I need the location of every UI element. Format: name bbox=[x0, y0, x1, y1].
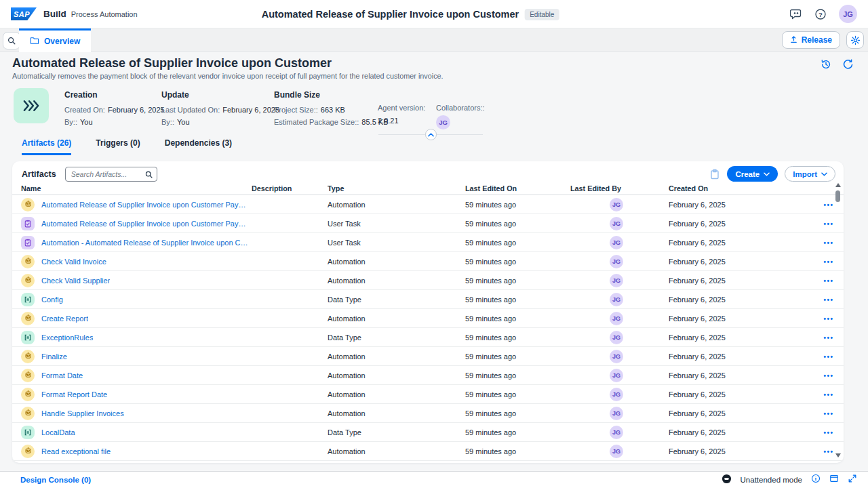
row-overflow-menu-icon[interactable]: ••• bbox=[823, 239, 833, 247]
artifact-name-link[interactable]: Automated Release of Supplier Invoice up… bbox=[41, 220, 252, 228]
tab-overview[interactable]: Overview bbox=[19, 28, 91, 52]
artifact-last-edited-on-cell: 59 minutes ago bbox=[465, 239, 570, 247]
editor-avatar[interactable]: JG bbox=[610, 331, 623, 344]
automation-robot-icon bbox=[21, 274, 35, 287]
collaborator-avatar[interactable]: JG bbox=[436, 115, 450, 129]
row-overflow-menu-icon[interactable]: ••• bbox=[823, 391, 833, 399]
artifact-name-link[interactable]: Format Date bbox=[41, 371, 83, 380]
row-overflow-menu-icon[interactable]: ••• bbox=[823, 315, 833, 323]
artifact-name-link[interactable]: LocalData bbox=[41, 428, 75, 436]
release-button-label: Release bbox=[802, 35, 832, 45]
artifact-last-edited-on-cell: 59 minutes ago bbox=[465, 390, 570, 399]
editor-avatar[interactable]: JG bbox=[610, 198, 623, 211]
row-overflow-menu-icon[interactable]: ••• bbox=[823, 258, 833, 266]
release-button[interactable]: Release bbox=[782, 31, 840, 49]
artifact-created-on-cell: February 6, 2025 bbox=[669, 314, 814, 323]
artifact-created-on-cell: February 6, 2025 bbox=[669, 409, 814, 418]
row-overflow-menu-icon[interactable]: ••• bbox=[823, 429, 833, 436]
editor-avatar[interactable]: JG bbox=[610, 369, 623, 382]
editor-avatar-initials: JG bbox=[612, 220, 620, 227]
artifact-name-link[interactable]: Automated Release of Supplier Invoice up… bbox=[41, 201, 252, 209]
artifact-name-link[interactable]: Handle Supplier Invoices bbox=[41, 409, 124, 418]
strip-actions: Release bbox=[782, 31, 864, 49]
editor-avatar[interactable]: JG bbox=[610, 312, 623, 325]
editor-avatar-initials: JG bbox=[612, 353, 620, 360]
design-console-link[interactable]: Design Console (0) bbox=[20, 476, 91, 484]
artifact-name-link[interactable]: Check Valid Supplier bbox=[41, 277, 110, 285]
artifact-name-link[interactable]: Automation - Automated Release of Suppli… bbox=[41, 239, 252, 247]
artifact-last-edited-by-cell: JG bbox=[570, 274, 669, 287]
scroll-up-icon[interactable] bbox=[835, 183, 841, 187]
artifact-name-link[interactable]: Finalize bbox=[41, 352, 67, 361]
refresh-icon[interactable] bbox=[842, 59, 853, 70]
artifact-last-edited-on-cell: 59 minutes ago bbox=[465, 258, 570, 266]
user-avatar[interactable]: JG bbox=[839, 5, 857, 23]
create-button[interactable]: Create bbox=[727, 166, 778, 182]
info-icon[interactable] bbox=[811, 474, 821, 486]
table-row: Check Valid Invoice Automation 59 minute… bbox=[12, 252, 844, 271]
table-row: Read exceptional file Automation 59 minu… bbox=[12, 442, 844, 461]
artifact-created-on-cell: February 6, 2025 bbox=[669, 220, 814, 228]
import-button[interactable]: Import bbox=[785, 166, 835, 182]
editor-avatar-initials: JG bbox=[612, 277, 620, 284]
artifact-name-link[interactable]: ExceptionRules bbox=[41, 333, 93, 342]
document-title: Automated Release of Supplier Invoice up… bbox=[262, 9, 519, 20]
row-overflow-menu-icon[interactable]: ••• bbox=[823, 410, 833, 418]
artifact-name-link[interactable]: Check Valid Invoice bbox=[41, 258, 106, 266]
paste-clipboard-icon[interactable] bbox=[709, 169, 720, 180]
search-icon[interactable] bbox=[144, 169, 153, 182]
row-overflow-menu-icon[interactable]: ••• bbox=[823, 296, 833, 304]
artifact-type-cell: Automation bbox=[328, 352, 465, 361]
expand-fullscreen-icon[interactable] bbox=[848, 474, 857, 486]
table-scrollbar[interactable] bbox=[835, 183, 842, 458]
settings-gear-icon[interactable] bbox=[846, 31, 864, 49]
editor-avatar[interactable]: JG bbox=[610, 445, 623, 458]
tab-dependencies[interactable]: Dependencies (3) bbox=[165, 138, 232, 155]
tab-artifacts[interactable]: Artifacts (26) bbox=[22, 138, 71, 155]
row-overflow-menu-icon[interactable]: ••• bbox=[823, 448, 833, 455]
artifact-name-link[interactable]: Format Report Date bbox=[41, 390, 107, 399]
row-overflow-menu-icon[interactable]: ••• bbox=[823, 372, 833, 380]
section-tabs: Artifacts (26) Triggers (0) Dependencies… bbox=[22, 138, 232, 155]
editor-avatar[interactable]: JG bbox=[610, 236, 623, 249]
find-artifact-icon[interactable] bbox=[3, 32, 20, 49]
editor-avatar[interactable]: JG bbox=[610, 407, 623, 420]
search-input[interactable] bbox=[65, 167, 157, 182]
row-overflow-menu-icon[interactable]: ••• bbox=[823, 334, 833, 342]
editor-avatar[interactable]: JG bbox=[610, 217, 623, 230]
artifact-type-cell: Automation bbox=[328, 201, 465, 209]
editor-avatar[interactable]: JG bbox=[610, 255, 623, 268]
artifact-name-link[interactable]: Create Report bbox=[41, 314, 88, 323]
document-title-group: Automated Release of Supplier Invoice up… bbox=[262, 0, 559, 28]
artifact-name-link[interactable]: Config bbox=[41, 296, 63, 304]
artifact-type-cell: Automation bbox=[328, 447, 465, 455]
footer-bar: Design Console (0) Unattended mode bbox=[0, 471, 868, 488]
artifact-last-edited-on-cell: 59 minutes ago bbox=[465, 409, 570, 418]
dock-panel-icon[interactable] bbox=[829, 474, 839, 486]
editor-avatar[interactable]: JG bbox=[610, 293, 623, 306]
version-history-icon[interactable] bbox=[821, 59, 831, 70]
row-overflow-menu-icon[interactable]: ••• bbox=[823, 277, 833, 285]
artifact-name-link[interactable]: Read exceptional file bbox=[41, 447, 111, 455]
row-overflow-menu-icon[interactable]: ••• bbox=[823, 201, 833, 209]
feedback-icon[interactable] bbox=[790, 8, 802, 20]
editor-avatar[interactable]: JG bbox=[610, 388, 623, 401]
table-row: Create Report Automation 59 minutes ago … bbox=[12, 309, 844, 328]
artifact-type-cell: Automation bbox=[328, 390, 465, 399]
table-row: LocalData Data Type 59 minutes ago JG Fe… bbox=[12, 423, 844, 442]
column-description: Description bbox=[252, 184, 328, 192]
editor-avatar[interactable]: JG bbox=[610, 350, 623, 363]
user-task-icon bbox=[21, 236, 35, 249]
editor-avatar[interactable]: JG bbox=[610, 274, 623, 287]
scrollbar-thumb[interactable] bbox=[835, 190, 840, 202]
tab-triggers[interactable]: Triggers (0) bbox=[96, 138, 140, 155]
scroll-down-icon[interactable] bbox=[835, 453, 841, 458]
row-overflow-menu-icon[interactable]: ••• bbox=[823, 220, 833, 228]
editor-avatar-initials: JG bbox=[612, 239, 620, 246]
row-overflow-menu-icon[interactable]: ••• bbox=[823, 353, 833, 361]
editor-avatar[interactable]: JG bbox=[610, 426, 623, 439]
help-icon[interactable]: ? bbox=[814, 8, 827, 20]
artifact-last-edited-by-cell: JG bbox=[570, 369, 669, 382]
collapse-header-button[interactable] bbox=[425, 129, 437, 140]
editor-avatar-initials: JG bbox=[612, 448, 620, 455]
